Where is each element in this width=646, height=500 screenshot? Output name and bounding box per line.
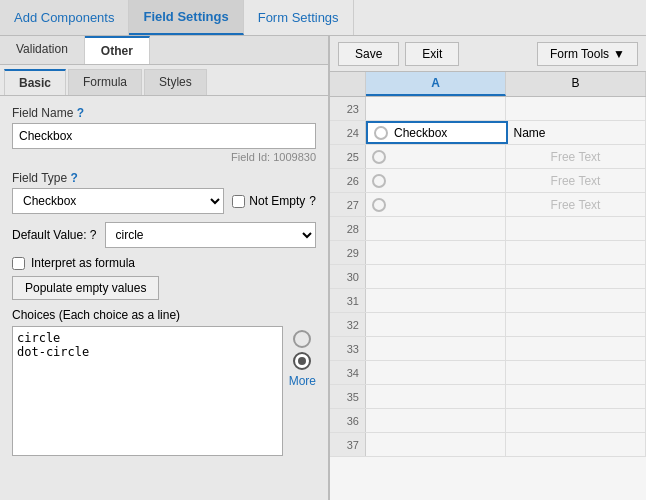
field-type-select[interactable]: Checkbox: [12, 188, 224, 214]
sheet-cell-24a[interactable]: Checkbox: [366, 121, 508, 144]
radio-empty-icon: [293, 330, 311, 348]
row-num-23: 23: [330, 97, 366, 120]
sheet-cell-30b[interactable]: [506, 265, 646, 288]
chevron-down-icon: ▼: [613, 47, 625, 61]
field-type-help-icon[interactable]: ?: [71, 171, 78, 185]
tab-other[interactable]: Other: [85, 36, 150, 64]
sheet-cell-34b[interactable]: [506, 361, 646, 384]
exit-button[interactable]: Exit: [405, 42, 459, 66]
field-name-label: Field Name ?: [12, 106, 316, 120]
col-headers: A B: [330, 72, 646, 97]
radio-filled-icon: [293, 352, 311, 370]
sheet-cell-28b[interactable]: [506, 217, 646, 240]
sheet-cell-27b[interactable]: Free Text: [506, 193, 646, 216]
table-row: 23: [330, 97, 646, 121]
sheet-cell-35a[interactable]: [366, 385, 506, 408]
checkbox-circle-icon: [374, 126, 388, 140]
right-toolbar: Save Exit Form Tools ▼: [330, 36, 646, 72]
row-num-27: 27: [330, 193, 366, 216]
table-row: 26 Free Text: [330, 169, 646, 193]
sheet-cell-33b[interactable]: [506, 337, 646, 360]
sheet-cell-36b[interactable]: [506, 409, 646, 432]
not-empty-label: Not Empty: [249, 194, 305, 208]
sheet-cell-33a[interactable]: [366, 337, 506, 360]
sheet-cell-36a[interactable]: [366, 409, 506, 432]
table-row: 36: [330, 409, 646, 433]
table-row: 29: [330, 241, 646, 265]
not-empty-help-icon[interactable]: ?: [309, 194, 316, 208]
table-row: 31: [330, 289, 646, 313]
cell-value-24a: Checkbox: [394, 126, 447, 140]
sheet-cell-25b[interactable]: Free Text: [506, 145, 646, 168]
left-panel: Validation Other Basic Formula Styles Fi…: [0, 36, 330, 500]
form-tools-label: Form Tools: [550, 47, 609, 61]
sheet-cell-23b[interactable]: [506, 97, 646, 120]
sheet-cell-37b[interactable]: [506, 433, 646, 456]
default-value-select[interactable]: circle: [105, 222, 316, 248]
sheet-cell-31a[interactable]: [366, 289, 506, 312]
more-link[interactable]: More: [289, 374, 316, 388]
tab-styles[interactable]: Styles: [144, 69, 207, 95]
sheet-cell-32a[interactable]: [366, 313, 506, 336]
sheet-cell-37a[interactable]: [366, 433, 506, 456]
interpret-row: Interpret as formula: [12, 256, 316, 270]
sheet-cell-25a[interactable]: [366, 145, 506, 168]
nav-form-settings[interactable]: Form Settings: [244, 0, 354, 35]
sheet-cell-30a[interactable]: [366, 265, 506, 288]
table-row: 25 Free Text: [330, 145, 646, 169]
table-row: 32: [330, 313, 646, 337]
nav-add-components[interactable]: Add Components: [0, 0, 129, 35]
not-empty-checkbox[interactable]: [232, 195, 245, 208]
tab-basic[interactable]: Basic: [4, 69, 66, 95]
table-row: 30: [330, 265, 646, 289]
checkbox-circle-icon: [372, 174, 386, 188]
default-value-help-icon[interactable]: ?: [90, 228, 97, 242]
sheet-cell-31b[interactable]: [506, 289, 646, 312]
table-row: 35: [330, 385, 646, 409]
row-num-32: 32: [330, 313, 366, 336]
row-num-24: 24: [330, 121, 366, 144]
field-name-input[interactable]: [12, 123, 316, 149]
sheet-cell-32b[interactable]: [506, 313, 646, 336]
sheet-cell-23a[interactable]: [366, 97, 506, 120]
placeholder-27b: Free Text: [512, 198, 639, 212]
default-value-row: Default Value: ? circle: [12, 222, 316, 248]
checkbox-circle-icon: [372, 198, 386, 212]
form-content: Field Name ? Field Id: 1009830 Field Typ…: [0, 96, 328, 500]
row-num-26: 26: [330, 169, 366, 192]
save-button[interactable]: Save: [338, 42, 399, 66]
sheet-cell-29b[interactable]: [506, 241, 646, 264]
placeholder-25b: Free Text: [512, 150, 639, 164]
nav-field-settings[interactable]: Field Settings: [129, 0, 243, 35]
sheet-cell-24b[interactable]: Name: [508, 121, 647, 144]
row-num-28: 28: [330, 217, 366, 240]
main-layout: Validation Other Basic Formula Styles Fi…: [0, 36, 646, 500]
sheet-cell-26b[interactable]: Free Text: [506, 169, 646, 192]
radio-inner-dot: [298, 357, 306, 365]
form-tools-button[interactable]: Form Tools ▼: [537, 42, 638, 66]
populate-button[interactable]: Populate empty values: [12, 276, 159, 300]
table-row: 27 Free Text: [330, 193, 646, 217]
field-name-row: Field Name ? Field Id: 1009830: [12, 106, 316, 163]
tab-formula[interactable]: Formula: [68, 69, 142, 95]
row-num-36: 36: [330, 409, 366, 432]
sheet-cell-26a[interactable]: [366, 169, 506, 192]
sheet-cell-35b[interactable]: [506, 385, 646, 408]
row-num-33: 33: [330, 337, 366, 360]
sheet-cell-29a[interactable]: [366, 241, 506, 264]
subtabs-row2: Basic Formula Styles: [0, 65, 328, 96]
interpret-checkbox[interactable]: [12, 257, 25, 270]
checkbox-circle-icon: [372, 150, 386, 164]
choices-textarea[interactable]: circle dot-circle: [12, 326, 283, 456]
sheet-cell-27a[interactable]: [366, 193, 506, 216]
sheet-cell-28a[interactable]: [366, 217, 506, 240]
row-num-31: 31: [330, 289, 366, 312]
col-header-a[interactable]: A: [366, 72, 506, 96]
sheet-cell-34a[interactable]: [366, 361, 506, 384]
row-num-34: 34: [330, 361, 366, 384]
spreadsheet: A B 23 24 Checkbox: [330, 72, 646, 500]
placeholder-26b: Free Text: [512, 174, 639, 188]
col-header-b[interactable]: B: [506, 72, 646, 96]
tab-validation[interactable]: Validation: [0, 36, 85, 64]
field-name-help-icon[interactable]: ?: [77, 106, 84, 120]
